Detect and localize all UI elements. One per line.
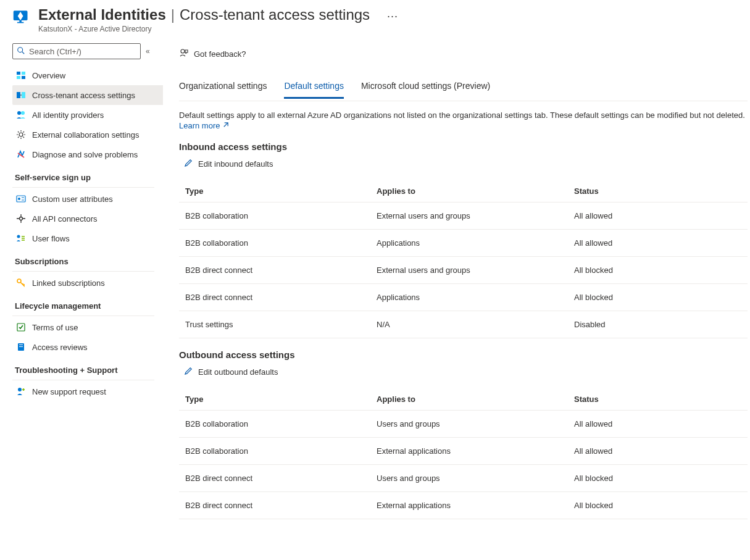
table-row[interactable]: B2B direct connectExternal users and gro… (179, 257, 748, 284)
sidebar-item-label: All identity providers (32, 111, 104, 120)
sidebar-item-reviews[interactable]: Access reviews (12, 337, 163, 357)
cell-status: All blocked (574, 501, 748, 510)
gear-icon (16, 130, 26, 140)
edit-outbound-label: Edit outbound defaults (198, 367, 278, 377)
svg-point-3 (18, 47, 23, 52)
cell-applies: External users and groups (377, 265, 574, 275)
column-header-status: Status (574, 395, 748, 404)
column-header-applies: Applies to (377, 186, 574, 196)
svg-rect-7 (17, 76, 20, 79)
svg-point-13 (21, 111, 25, 115)
sidebar-item-identity-providers[interactable]: All identity providers (12, 105, 163, 125)
outbound-table: Type Applies to Status B2B collaboration… (179, 388, 748, 519)
sidebar-item-overview[interactable]: Overview (12, 65, 163, 85)
search-icon (17, 46, 25, 57)
sidebar-item-linked-subs[interactable]: Linked subscriptions (12, 273, 163, 293)
sidebar-item-label: Terms of use (32, 323, 78, 332)
edit-outbound-link[interactable]: Edit outbound defaults (179, 366, 278, 377)
edit-inbound-link[interactable]: Edit inbound defaults (179, 158, 273, 169)
svg-point-14 (19, 133, 23, 136)
sidebar-item-api-connectors[interactable]: All API connectors (12, 209, 163, 228)
feedback-label: Got feedback? (194, 49, 246, 59)
table-row[interactable]: B2B direct connectExternal applicationsA… (179, 492, 748, 519)
svg-rect-10 (22, 92, 25, 98)
sidebar-item-label: Linked subscriptions (32, 278, 105, 288)
sidebar-item-cross-tenant[interactable]: Cross-tenant access settings (12, 85, 163, 105)
edit-inbound-label: Edit inbound defaults (198, 159, 273, 169)
svg-rect-25 (19, 346, 23, 347)
search-input[interactable] (29, 47, 136, 56)
learn-more-link[interactable]: Learn more (179, 121, 229, 130)
sidebar-section-troubleshoot: Troubleshooting + Support (12, 357, 163, 378)
table-row[interactable]: B2B collaborationApplicationsAll allowed (179, 230, 748, 257)
svg-rect-6 (22, 72, 25, 75)
more-button[interactable]: ··· (372, 10, 398, 23)
svg-rect-8 (22, 76, 25, 79)
column-header-type: Type (179, 395, 377, 404)
column-header-type: Type (179, 186, 377, 196)
sidebar-item-label: New support request (32, 387, 106, 396)
overview-icon (16, 70, 26, 80)
cell-status: All allowed (574, 238, 748, 248)
sidebar-item-label: Overview (32, 71, 65, 80)
inbound-section-title: Inbound access settings (179, 141, 748, 152)
cell-applies: Users and groups (377, 419, 574, 428)
cell-type: B2B direct connect (179, 293, 377, 302)
feedback-button[interactable]: Got feedback? (179, 44, 748, 76)
page-title: External Identities (38, 6, 166, 23)
outbound-section-title: Outbound access settings (179, 349, 748, 360)
sidebar-item-label: Cross-tenant access settings (32, 91, 135, 100)
sidebar-item-custom-attrs[interactable]: Custom user attributes (12, 189, 163, 209)
breadcrumb: KatsutonX - Azure Active Directory (38, 25, 398, 33)
book-icon (16, 342, 26, 352)
svg-point-20 (17, 235, 20, 238)
cell-type: B2B direct connect (179, 474, 377, 483)
cell-type: B2B collaboration (179, 238, 377, 248)
tab-organizational[interactable]: Organizational settings (179, 76, 267, 99)
support-icon (16, 387, 26, 396)
table-row[interactable]: B2B collaborationExternal users and grou… (179, 203, 748, 230)
sidebar-item-label: Custom user attributes (32, 194, 113, 204)
tab-default[interactable]: Default settings (284, 76, 344, 99)
table-row[interactable]: Trust settingsN/ADisabled (179, 311, 748, 338)
cross-tenant-icon (16, 90, 26, 100)
table-row[interactable]: B2B direct connectApplicationsAll blocke… (179, 284, 748, 311)
cell-applies: External applications (377, 501, 574, 510)
cell-applies: External users and groups (377, 211, 574, 220)
sidebar-section-subscriptions: Subscriptions (12, 248, 163, 270)
table-row[interactable]: B2B collaborationUsers and groupsAll all… (179, 411, 748, 438)
cell-status: All blocked (574, 474, 748, 483)
cell-type: B2B direct connect (179, 265, 377, 275)
feedback-icon (179, 48, 189, 60)
user-attributes-icon (16, 194, 26, 204)
title-separator: | (169, 6, 177, 23)
cell-type: B2B collaboration (179, 419, 377, 428)
external-link-icon (222, 121, 229, 130)
diagnose-icon (16, 149, 26, 159)
key-icon (16, 278, 26, 288)
cell-applies: External applications (377, 446, 574, 456)
sidebar-item-label: Diagnose and solve problems (32, 150, 138, 159)
table-row[interactable]: B2B direct connectUsers and groupsAll bl… (179, 465, 748, 492)
sidebar: « Overview Cross-tenant access settings … (0, 37, 163, 532)
column-header-applies: Applies to (377, 395, 574, 404)
svg-point-19 (20, 217, 23, 220)
svg-rect-5 (17, 72, 20, 75)
cell-applies: Applications (377, 238, 574, 248)
sidebar-item-terms[interactable]: Terms of use (12, 317, 163, 337)
inbound-table: Type Applies to Status B2B collaboration… (179, 180, 748, 338)
table-row[interactable]: B2B collaborationExternal applicationsAl… (179, 438, 748, 465)
collapse-sidebar-icon[interactable]: « (146, 47, 150, 56)
sidebar-item-user-flows[interactable]: User flows (12, 228, 163, 248)
pencil-icon (184, 158, 193, 169)
cell-applies: N/A (377, 320, 574, 329)
sidebar-item-external-collab[interactable]: External collaboration settings (12, 125, 163, 144)
page-header: External Identities | Cross-tenant acces… (0, 0, 750, 37)
sidebar-item-label: User flows (32, 234, 70, 243)
cell-applies: Applications (377, 293, 574, 302)
sidebar-item-diagnose[interactable]: Diagnose and solve problems (12, 144, 163, 164)
column-header-status: Status (574, 186, 748, 196)
user-flows-icon (16, 233, 26, 243)
tab-microsoft-cloud[interactable]: Microsoft cloud settings (Preview) (361, 76, 490, 99)
sidebar-item-support[interactable]: New support request (12, 382, 163, 401)
